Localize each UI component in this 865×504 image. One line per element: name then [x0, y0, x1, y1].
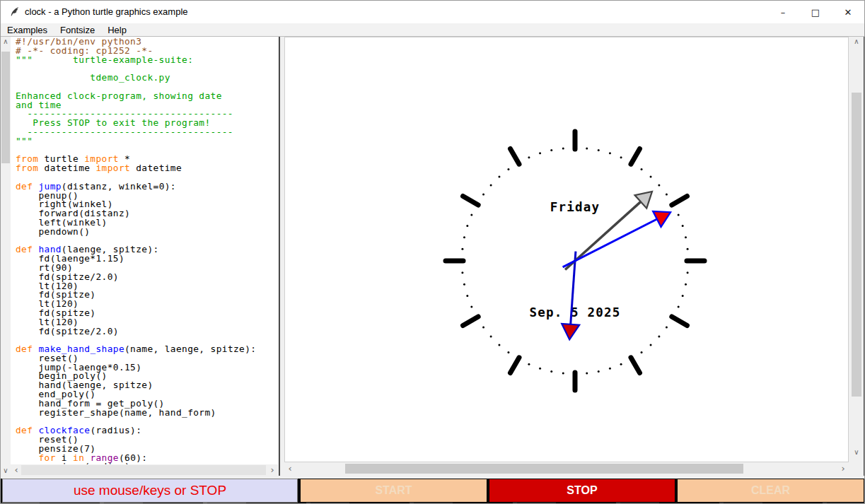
turtledemo-window: clock - a Python turtle graphics example…: [0, 0, 865, 504]
pane-divider-line: [279, 37, 280, 476]
canvas-vscroll-thumb[interactable]: [852, 93, 861, 397]
close-button[interactable]: ✕: [832, 1, 864, 23]
canvas-vertical-scrollbar[interactable]: ∧ ∨: [851, 37, 862, 457]
python-feather-icon[interactable]: [9, 6, 21, 18]
maximize-button[interactable]: □: [799, 1, 832, 23]
control-bar: use mouse/keys or STOP START STOP CLEAR: [1, 479, 864, 503]
code-hscroll-thumb[interactable]: [21, 465, 266, 475]
menu-help[interactable]: Help: [101, 23, 133, 36]
clear-button[interactable]: CLEAR: [677, 479, 864, 503]
start-button[interactable]: START: [300, 479, 487, 503]
scroll-right-icon[interactable]: ›: [838, 463, 848, 474]
canvas-hscroll-thumb[interactable]: [345, 464, 743, 474]
pane-divider: [278, 37, 284, 476]
stop-button[interactable]: STOP: [489, 479, 675, 503]
status-message: use mouse/keys or STOP: [2, 479, 298, 503]
svg-text:Friday: Friday: [550, 200, 600, 214]
clock-drawing: FridaySep. 5 2025: [285, 37, 848, 462]
window-controls: – □ ✕: [767, 1, 864, 23]
code-vertical-scrollbar[interactable]: ∧ ∨: [1, 37, 11, 476]
scroll-right-icon[interactable]: ›: [267, 464, 277, 476]
canvas-horizontal-scrollbar[interactable]: ‹ ›: [284, 463, 849, 474]
scroll-down-icon[interactable]: ∨: [1, 466, 11, 476]
window-title: clock - a Python turtle graphics example: [25, 6, 188, 17]
scroll-left-icon[interactable]: ‹: [11, 464, 21, 476]
turtle-canvas[interactable]: FridaySep. 5 2025: [284, 37, 849, 462]
code-editor[interactable]: #!/usr/bin/env python3# -*- coding: cp12…: [11, 37, 278, 464]
menu-fontsize[interactable]: Fontsize: [54, 23, 101, 36]
minimize-button[interactable]: –: [767, 1, 799, 23]
code-horizontal-scrollbar[interactable]: ‹ ›: [11, 464, 278, 476]
main-area: ∧ ∨ #!/usr/bin/env python3# -*- coding: …: [1, 37, 864, 479]
menu-bar: Examples Fontsize Help: [1, 23, 864, 37]
scroll-up-icon[interactable]: ∧: [1, 37, 11, 47]
code-vscroll-thumb[interactable]: [1, 52, 10, 163]
menu-examples[interactable]: Examples: [1, 23, 54, 36]
scroll-left-icon[interactable]: ‹: [285, 463, 295, 474]
svg-text:Sep. 5 2025: Sep. 5 2025: [529, 305, 620, 320]
title-bar: clock - a Python turtle graphics example…: [1, 1, 864, 23]
scroll-down-icon[interactable]: ∨: [851, 447, 862, 457]
scroll-up-icon[interactable]: ∧: [851, 37, 862, 47]
code-text: #!/usr/bin/env python3# -*- coding: cp12…: [16, 37, 256, 464]
